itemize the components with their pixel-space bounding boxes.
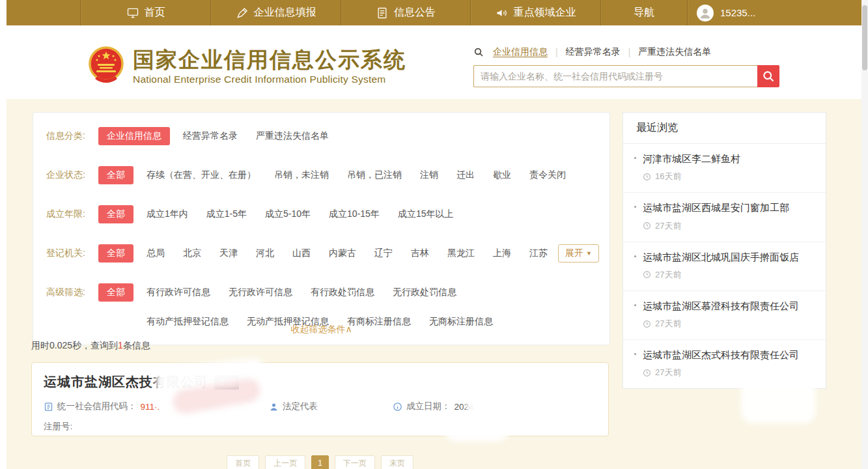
bullet-dot-icon [634,157,636,159]
filter-option[interactable]: 内蒙古 [329,248,356,259]
filter-option[interactable]: 成立5-10年 [265,208,311,220]
recently-viewed-name: 运城市盐湖区西城星安门窗加工部 [643,201,815,214]
site-title: 国家企业信用信息公示系统 [133,48,406,72]
recently-viewed-time: 27天前 [655,269,681,281]
filter-option[interactable]: 严重违法失信名单 [256,130,329,142]
filter-row: 信息分类: 企业信用信息 经营异常名录严重违法失信名单 [33,117,609,156]
nav-item-key-field-enterprises[interactable]: 重点领域企业 [470,0,600,25]
site-header: 国家企业信用信息公示系统 National Enterprise Credit … [7,25,861,99]
search-block: 企业信用信息 | 经营异常名录 | 严重违法失信名单 [473,46,781,87]
company-name-suffix: 技有限公司 [139,375,208,389]
filter-option[interactable]: 吉林 [411,248,429,259]
bullet-dot-icon [634,304,636,306]
tab-serious-violation-list[interactable]: 严重违法失信名单 [638,46,711,58]
recently-viewed-time-row: 27天前 [643,269,815,281]
scrollbar-thumb[interactable] [862,5,867,70]
filter-selected-chip[interactable]: 企业信用信息 [98,127,170,145]
filter-option[interactable]: 迁出 [456,169,475,181]
clock-icon [643,173,651,181]
filter-option[interactable]: 有行政许可信息 [147,287,210,298]
nav-item-home[interactable]: 首页 [80,0,210,25]
tab-abnormal-operations-list[interactable]: 经营异常名录 [566,46,621,58]
filter-option[interactable]: 河北 [256,248,274,259]
filter-option[interactable]: 无行政处罚信息 [393,287,456,298]
expand-button[interactable]: 展开 ▼ [558,244,599,263]
collapse-filters-link[interactable]: 收起筛选条件∧ [33,324,610,335]
filter-option[interactable]: 存续（在营、开业、在册） [147,169,256,181]
filter-option[interactable]: 注销 [420,169,438,181]
clock-icon [643,221,651,230]
nav-item-label: 首页 [145,6,165,20]
filter-option[interactable]: 成立15年以上 [398,208,454,220]
pagination-button[interactable]: 上一页 [265,455,305,469]
filter-option[interactable]: 上海 [493,248,511,259]
filter-option[interactable]: 责令关闭 [529,169,566,181]
nav-item-label: 重点领域企业 [514,6,576,20]
recently-viewed-time-row: 27天前 [643,318,815,330]
pagination-button[interactable]: 下一页 [335,455,375,469]
pagination-button[interactable]: 首页 [227,455,259,469]
main-content: 信息分类: 企业信用信息 经营异常名录严重违法失信名单 企业状态: 全部 存续（… [7,99,861,469]
filter-selected-chip[interactable]: 全部 [98,283,133,302]
filter-options-column: 有行政许可信息无行政许可信息有行政处罚信息无行政处罚信息 有动产抵押登记信息无动… [147,283,596,328]
recently-viewed-item[interactable]: 运城市盐湖区北城巩国庆手擀面饭店 27天前 [623,242,826,291]
user-phone-number: 15235... [720,7,755,18]
scrollbar[interactable] [861,0,868,469]
filter-selected-chip[interactable]: 全部 [98,244,133,263]
filter-option[interactable]: 歇业 [493,169,511,181]
filter-selected-chip[interactable]: 全部 [98,205,133,223]
recently-viewed-item[interactable]: 运城市盐湖区杰式科技有限责任公司 27天前 [623,339,826,388]
clock-icon [643,320,651,328]
tab-separator: | [628,47,631,57]
field-legal-representative: 法定代表 [269,401,393,412]
filter-option[interactable]: 吊销，未注销 [274,169,329,181]
filter-option[interactable]: 有行政处罚信息 [311,287,374,298]
filter-option[interactable]: 江苏 [529,248,548,259]
filter-option[interactable]: 辽宁 [374,248,393,259]
search-input[interactable] [473,65,757,87]
avatar [697,5,714,21]
filter-option[interactable]: 北京 [183,248,201,259]
recently-viewed-item[interactable]: 河津市城区李二鲜鱼村 16天前 [623,144,826,192]
nav-item-info-notice[interactable]: 信息公告 [341,0,470,25]
filter-selected-chip[interactable]: 全部 [98,166,133,184]
filter-row-label: 成立年限: [46,205,98,220]
filter-options-column: 存续（在营、开业、在册）吊销，未注销吊销，已注销注销迁出歇业责令关闭 [147,166,596,181]
field-label: 统一社会信用代码： [57,401,137,412]
search-row [473,65,781,87]
pagination-button[interactable]: 1 [311,455,329,469]
recently-viewed-item[interactable]: 运城市盐湖区西城星安门窗加工部 27天前 [623,192,826,241]
tab-enterprise-credit-info[interactable]: 企业信用信息 [493,46,548,58]
recently-viewed-time: 27天前 [655,220,681,232]
filter-option[interactable]: 总局 [147,248,165,259]
filter-option[interactable]: 吊销，已注销 [347,169,402,181]
field-value: 911·. [141,402,160,412]
company-name[interactable]: 运城市盐湖区杰技有限公司 [44,373,208,391]
filter-option[interactable]: 经营异常名录 [183,130,238,142]
search-button[interactable] [757,65,779,87]
search-icon [473,47,484,57]
recently-viewed-sidebar: 最近浏览 河津市城区李二鲜鱼村 16天前 运城市盐湖区西城星安门窗加工部 [623,112,826,389]
nav-item-enterprise-filing[interactable]: 企业信息填报 [210,0,341,25]
pagination-button[interactable]: 末页 [381,455,413,469]
nav-user-account[interactable]: 15235... [687,0,861,25]
tab-separator: | [555,47,558,57]
pagination: 首页上一页1下一页末页 [31,455,609,469]
filter-options: 总局北京天津河北山西内蒙古辽宁吉林黑龙江上海江苏浙江 [147,244,596,259]
filter-option[interactable]: 无行政许可信息 [229,287,292,298]
filter-option[interactable]: 成立1-5年 [206,208,247,220]
filter-option[interactable]: 成立10-15年 [329,208,380,220]
info-icon [393,402,402,412]
recently-viewed-name: 运城市盐湖区慕澄科技有限责任公司 [643,300,815,313]
result-card[interactable]: 运城市盐湖区杰技有限公司 注销 统一社会信用代码： 911·. 法定代表 [31,362,609,436]
recently-viewed-time: 16天前 [655,171,681,182]
filter-option[interactable]: 天津 [219,248,238,259]
nav-item-navigation[interactable]: 导航 [600,0,687,25]
recently-viewed-name: 运城市盐湖区杰式科技有限责任公司 [643,348,815,362]
filter-option[interactable]: 黑龙江 [447,248,475,259]
recently-viewed-item[interactable]: 运城市盐湖区慕澄科技有限责任公司 27天前 [623,291,826,339]
filter-option[interactable]: 山西 [292,248,311,259]
filter-option[interactable]: 成立1年内 [147,208,188,220]
status-badge: 注销 [214,375,239,390]
expand-button-label: 展开 [565,248,583,259]
